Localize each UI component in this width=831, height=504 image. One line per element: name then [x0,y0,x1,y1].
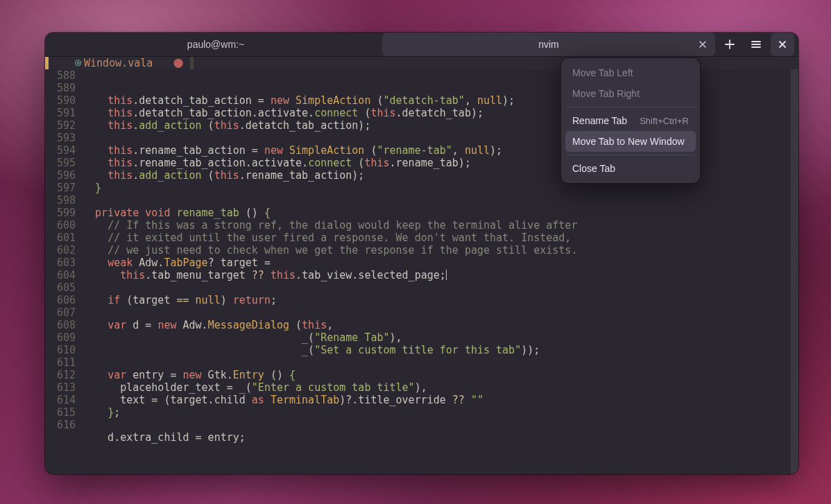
scrollbar-track[interactable] [791,69,798,474]
hamburger-menu-button[interactable] [744,33,768,56]
menu-item-move-tab-left: Move Tab Left [565,62,696,83]
tabline-separator [190,57,194,69]
tab-bar: paulo@wm:~ nvim [49,33,715,56]
tab-close-icon[interactable] [696,37,710,51]
terminal-window: paulo@wm:~ nvim ⌾ Window.vala ● [45,33,798,474]
tab-context-menu: Move Tab LeftMove Tab RightRename TabShi… [560,58,701,184]
menu-item-label: Rename Tab [572,116,627,125]
menu-item-label: Close Tab [572,164,615,173]
new-tab-button[interactable] [718,33,742,56]
menu-item-label: Move Tab to New Window [572,137,685,146]
tab-shell[interactable]: paulo@wm:~ [49,33,382,56]
menu-item-move-tab-right: Move Tab Right [565,83,696,104]
headerbar: paulo@wm:~ nvim [45,33,798,57]
nvim-buffer-name: Window.vala [84,57,153,69]
tab-title: paulo@wm:~ [187,40,244,49]
menu-item-label: Move Tab Right [572,89,640,98]
menu-item-close-tab[interactable]: Close Tab [565,158,696,179]
menu-item-accelerator: Shift+Ctrl+R [640,116,689,125]
line-number-gutter: 5885895905915925935945955965975985996006… [45,69,78,474]
tabline-indicator [45,57,49,69]
menu-item-label: Move Tab Left [572,68,633,78]
menu-separator [567,107,694,107]
menu-item-rename-tab[interactable]: Rename TabShift+Ctrl+R [565,110,696,131]
vala-filetype-icon: ⌾ [75,57,81,69]
tab-title: nvim [538,40,559,49]
menu-item-move-tab-to-new-window[interactable]: Move Tab to New Window [565,131,696,152]
window-close-button[interactable] [771,33,794,56]
tab-nvim[interactable]: nvim [382,33,715,56]
menu-separator [567,155,694,155]
